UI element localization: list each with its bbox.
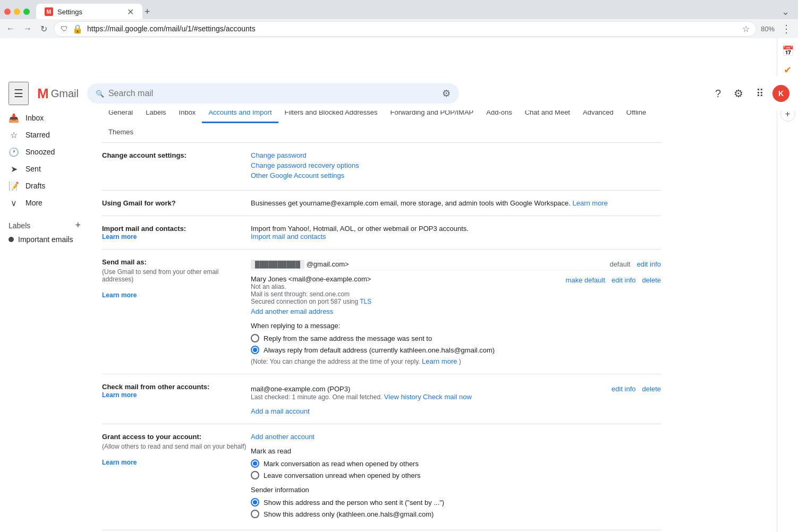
- sidebar-item-label: Sent: [26, 165, 41, 173]
- mark-as-read-label: Mark as read: [251, 447, 661, 455]
- shield-icon: 🛡: [61, 24, 68, 33]
- search-bar[interactable]: 🔍 ⚙: [87, 83, 459, 104]
- label-item-important-emails[interactable]: Important emails: [9, 233, 81, 246]
- import-mail-label: Import mail and contacts: Learn more: [102, 225, 251, 241]
- pop3-delete-link[interactable]: delete: [642, 385, 661, 393]
- labels-header-text: Labels: [9, 221, 30, 230]
- sender-info-section: Sender information Show this address and…: [251, 486, 661, 518]
- import-contacts-link[interactable]: Import mail and contacts: [251, 233, 326, 241]
- back-button[interactable]: ←: [4, 22, 17, 36]
- send-through-text: Mail is sent through: send.one.com: [251, 290, 566, 298]
- import-learn-more[interactable]: Learn more: [102, 233, 137, 241]
- mary-jones-name: Mary Jones <mail@one-example.com>: [251, 275, 566, 283]
- browser-tab[interactable]: M Settings ✕: [36, 4, 142, 20]
- right-sidebar: 📅 ✔ 👤 +: [777, 38, 798, 532]
- secondary-edit-info[interactable]: edit info: [612, 276, 636, 284]
- sidebar-item-snoozed[interactable]: 🕐 Snoozed: [0, 143, 89, 160]
- sender-info-label: Sender information: [251, 486, 661, 494]
- sender-radio-1: [251, 498, 259, 507]
- add-another-account-link[interactable]: Add another account: [251, 433, 315, 441]
- tab-favicon: M: [45, 7, 53, 16]
- sidebar-item-drafts[interactable]: 📝 Drafts: [0, 177, 89, 194]
- gmail-logo: M Gmail: [37, 85, 79, 102]
- make-default-link[interactable]: make default: [566, 276, 605, 284]
- send-mail-row: Send mail as: (Use Gmail to send from yo…: [102, 250, 661, 374]
- tab-menu-button[interactable]: ⌄: [782, 6, 794, 18]
- add-email-address-link[interactable]: Add another email address: [251, 307, 333, 315]
- view-history-link[interactable]: View history: [384, 393, 421, 401]
- primary-email-blurred: ██████████: [251, 260, 304, 269]
- reply-option2[interactable]: Always reply from default address (curre…: [251, 346, 661, 354]
- sidebar-item-starred[interactable]: ☆ Starred: [0, 126, 89, 143]
- help-button[interactable]: ?: [711, 83, 725, 104]
- snoozed-icon: 🕐: [9, 147, 19, 157]
- grant-access-row: Grant access to your account: (Allow oth…: [102, 424, 661, 530]
- primary-email-suffix: @gmail.com>: [307, 260, 349, 268]
- address-bar[interactable]: 🛡 🔒 https://mail.google.com/mail/u/1/#se…: [54, 21, 757, 37]
- mark-read-opt1[interactable]: Mark conversation as read when opened by…: [251, 459, 661, 468]
- google-account-link[interactable]: Other Google Account settings: [251, 171, 661, 179]
- tls-link[interactable]: TLS: [360, 298, 371, 305]
- secured-text: Secured connection on port 587 using TLS: [251, 298, 566, 305]
- change-account-row: Change account settings: Change password…: [102, 143, 661, 191]
- label-name: Important emails: [18, 235, 73, 244]
- browser-menu-button[interactable]: ⋮: [779, 20, 794, 37]
- tab-close-button[interactable]: ✕: [127, 7, 134, 17]
- gmail-work-label: Using Gmail for work?: [102, 199, 251, 207]
- starred-icon: ☆: [9, 130, 19, 140]
- check-mail-learn-more[interactable]: Learn more: [102, 391, 137, 399]
- send-mail-learn-more[interactable]: Learn more: [102, 291, 137, 299]
- tab-themes[interactable]: Themes: [102, 123, 140, 143]
- change-password-link[interactable]: Change password: [251, 151, 661, 159]
- main-content: Settings ⌄ General Labels Inbox Accounts…: [89, 38, 777, 532]
- user-avatar[interactable]: K: [772, 85, 789, 102]
- pop3-status: Last checked: 1 minute ago. One mail fet…: [251, 393, 612, 401]
- reply-learn-more[interactable]: Learn more: [422, 357, 457, 365]
- search-filter-icon[interactable]: ⚙: [442, 88, 451, 99]
- reply-note: (Note: You can change the address at the…: [251, 357, 661, 365]
- add-label-button[interactable]: +: [75, 220, 81, 231]
- gmail-work-learn-more[interactable]: Learn more: [572, 199, 607, 207]
- sidebar-item-label: Inbox: [26, 114, 44, 122]
- calendar-icon[interactable]: 📅: [779, 42, 796, 59]
- sender-opt1[interactable]: Show this address and the person who sen…: [251, 498, 661, 507]
- primary-edit-info[interactable]: edit info: [636, 260, 661, 268]
- hamburger-menu-button[interactable]: ☰: [9, 82, 29, 105]
- inbox-icon: 📥: [9, 113, 19, 123]
- grant-access-value: Add another account Mark as read Mark co…: [251, 433, 661, 521]
- change-recovery-link[interactable]: Change password recovery options: [251, 161, 661, 169]
- new-tab-button[interactable]: +: [145, 6, 150, 18]
- primary-default-text: default: [609, 260, 630, 268]
- import-mail-row: Import mail and contacts: Learn more Imp…: [102, 216, 661, 250]
- label-color-dot: [9, 237, 14, 242]
- lock-icon: 🔒: [72, 24, 83, 34]
- sidebar-item-sent[interactable]: ➤ Sent: [0, 160, 89, 177]
- grant-access-learn-more[interactable]: Learn more: [102, 459, 137, 466]
- check-mail-row: Check mail from other accounts: Learn mo…: [102, 374, 661, 424]
- add-mail-account-link[interactable]: Add a mail account: [251, 407, 661, 415]
- check-mail-value: mail@one-example.com (POP3) Last checked…: [251, 383, 661, 415]
- search-input[interactable]: [108, 89, 438, 98]
- nav-list: 📥 Inbox ☆ Starred 🕐 Snoozed ➤ Sent 📝 Dra…: [0, 109, 89, 211]
- refresh-button[interactable]: ↻: [38, 22, 49, 36]
- sidebar-item-inbox[interactable]: 📥 Inbox: [0, 109, 89, 126]
- settings-button[interactable]: ⚙: [729, 83, 748, 104]
- apps-button[interactable]: ⠿: [752, 83, 768, 104]
- pop3-edit-info[interactable]: edit info: [612, 385, 636, 393]
- sender-opt2[interactable]: Show this address only (kathleen.one.hal…: [251, 510, 661, 518]
- mark-read-opt2[interactable]: Leave conversation unread when opened by…: [251, 471, 661, 479]
- pop3-account: mail@one-example.com (POP3): [251, 385, 612, 393]
- secondary-delete-link[interactable]: delete: [642, 276, 661, 284]
- url-text: https://mail.google.com/mail/u/1/#settin…: [87, 24, 738, 33]
- star-icon[interactable]: ☆: [742, 24, 750, 34]
- gmail-text: Gmail: [51, 88, 79, 100]
- forward-button[interactable]: →: [21, 22, 34, 36]
- change-account-label: Change account settings:: [102, 151, 251, 159]
- mark-read-radio-2: [251, 471, 259, 479]
- gmail-g-icon: M: [37, 85, 49, 102]
- check-mail-now-link[interactable]: Check mail now: [423, 393, 472, 401]
- gmail-work-row: Using Gmail for work? Businesses get you…: [102, 191, 661, 216]
- reply-option1[interactable]: Reply from the same address the message …: [251, 334, 661, 342]
- sidebar-item-more[interactable]: ∨ More: [0, 194, 89, 211]
- sidebar: ✏ Compose 📥 Inbox ☆ Starred 🕐 Snoozed ➤ …: [0, 72, 89, 532]
